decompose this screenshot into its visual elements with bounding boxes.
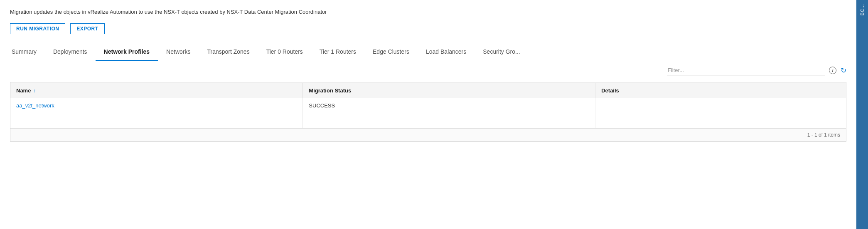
tab-deployments[interactable]: Deployments: [45, 44, 96, 61]
cell-status: SUCCESS: [303, 98, 595, 113]
tab-networks[interactable]: Networks: [158, 44, 199, 61]
action-buttons-group: RUN MIGRATION EXPORT: [10, 23, 846, 34]
tab-edge-clusters[interactable]: Edge Clusters: [364, 44, 418, 61]
tab-load-balancers[interactable]: Load Balancers: [418, 44, 475, 61]
data-table: Name ↑ Migration Status Details aa_v2t_n…: [10, 83, 846, 128]
sort-arrow-icon: ↑: [33, 88, 36, 94]
tabs-navigation: Summary Deployments Network Profiles Net…: [10, 44, 846, 61]
network-profile-link[interactable]: aa_v2t_network: [16, 102, 54, 109]
column-header-name[interactable]: Name ↑: [10, 83, 303, 98]
table-empty-row: [10, 113, 846, 128]
tab-tier1-routers[interactable]: Tier 1 Routers: [311, 44, 364, 61]
filter-input[interactable]: [667, 65, 825, 75]
tab-security-groups[interactable]: Security Gro...: [475, 44, 528, 61]
run-migration-button[interactable]: RUN MIGRATION: [10, 23, 65, 34]
tab-tier0-routers[interactable]: Tier 0 Routers: [258, 44, 311, 61]
refresh-icon[interactable]: ↻: [841, 66, 846, 75]
cell-name: aa_v2t_network: [10, 98, 303, 113]
table-row: aa_v2t_network SUCCESS: [10, 98, 846, 113]
tab-summary[interactable]: Summary: [10, 44, 45, 61]
filter-input-wrapper: [667, 65, 825, 75]
cell-details: [595, 98, 846, 113]
sidebar-right-label: BC...: [860, 4, 865, 15]
tab-transport-zones[interactable]: Transport Zones: [199, 44, 258, 61]
sidebar-right: BC...: [856, 0, 868, 229]
data-table-wrapper: Name ↑ Migration Status Details aa_v2t_n…: [10, 82, 846, 142]
export-button[interactable]: EXPORT: [70, 23, 104, 34]
column-header-details[interactable]: Details: [595, 83, 846, 98]
column-header-status[interactable]: Migration Status: [303, 83, 595, 98]
table-header-row: Name ↑ Migration Status Details: [10, 83, 846, 98]
info-icon[interactable]: i: [829, 67, 836, 74]
filter-bar: i ↻: [10, 61, 846, 80]
page-description: Migration updates the objects in vRealiz…: [10, 8, 846, 16]
table-pagination: 1 - 1 of 1 items: [10, 128, 846, 141]
tab-network-profiles[interactable]: Network Profiles: [96, 44, 158, 61]
